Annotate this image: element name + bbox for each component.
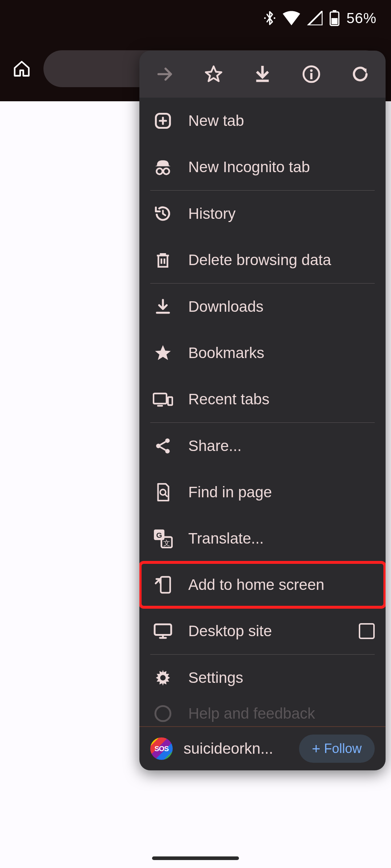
- menu-item-label: New Incognito tab: [188, 158, 375, 176]
- new-tab-icon: [150, 108, 176, 133]
- home-button[interactable]: [7, 54, 36, 83]
- menu-history[interactable]: History: [139, 191, 386, 237]
- menu-item-label: Downloads: [188, 298, 375, 315]
- recent-tabs-icon: [150, 387, 176, 412]
- svg-rect-3: [333, 10, 336, 12]
- history-icon: [150, 201, 176, 226]
- svg-text:G: G: [156, 531, 162, 539]
- menu-share[interactable]: Share...: [139, 423, 386, 469]
- status-bar: 56%: [0, 0, 391, 36]
- follow-button[interactable]: + Follow: [299, 735, 375, 763]
- find-in-page-icon: [150, 480, 176, 505]
- trash-icon: [150, 247, 176, 273]
- svg-point-10: [157, 169, 163, 174]
- menu-item-label: Share...: [188, 437, 375, 455]
- battery-percent: 56%: [346, 10, 377, 26]
- svg-point-11: [163, 169, 169, 174]
- bookmark-button[interactable]: [203, 63, 224, 85]
- menu-item-label: Settings: [188, 669, 375, 686]
- share-icon: [150, 433, 176, 459]
- menu-downloads[interactable]: Downloads: [139, 284, 386, 330]
- menu-settings[interactable]: Settings: [139, 655, 386, 701]
- add-to-home-icon: [150, 572, 176, 597]
- site-favicon: SOS: [150, 737, 173, 760]
- svg-point-26: [155, 706, 171, 721]
- desktop-icon: [150, 618, 176, 644]
- menu-incognito[interactable]: New Incognito tab: [139, 144, 386, 190]
- menu-desktop-site[interactable]: Desktop site: [139, 608, 386, 654]
- svg-rect-13: [168, 397, 172, 405]
- page-info-button[interactable]: [300, 63, 322, 85]
- star-filled-icon: [150, 340, 176, 366]
- svg-point-0: [264, 17, 266, 19]
- desktop-site-checkbox[interactable]: [359, 623, 375, 639]
- forward-button[interactable]: [154, 63, 176, 85]
- menu-bookmarks[interactable]: Bookmarks: [139, 330, 386, 376]
- menu-item-label: Translate...: [188, 530, 375, 547]
- help-icon: [150, 701, 176, 726]
- reload-button[interactable]: [349, 63, 371, 85]
- svg-rect-12: [154, 393, 167, 404]
- downloads-icon: [150, 294, 176, 319]
- svg-point-25: [160, 675, 165, 680]
- menu-add-to-home-screen[interactable]: Add to home screen: [139, 562, 386, 608]
- menu-item-label: Find in page: [188, 484, 375, 501]
- menu-item-label: Recent tabs: [188, 391, 375, 408]
- svg-rect-22: [161, 577, 170, 593]
- translate-icon: G文: [150, 526, 176, 551]
- follow-label: Follow: [324, 741, 362, 756]
- svg-point-15: [165, 438, 170, 443]
- menu-recent-tabs[interactable]: Recent tabs: [139, 376, 386, 422]
- menu-top-actions: [139, 51, 386, 98]
- menu-item-label: Bookmarks: [188, 344, 375, 362]
- menu-translate[interactable]: G文 Translate...: [139, 515, 386, 562]
- menu-new-tab[interactable]: New tab: [139, 98, 386, 144]
- svg-rect-8: [310, 73, 312, 79]
- menu-item-label: Delete browsing data: [188, 251, 375, 269]
- menu-find-in-page[interactable]: Find in page: [139, 469, 386, 515]
- menu-item-label: Desktop site: [188, 622, 355, 640]
- menu-item-label: Help and feedback: [188, 705, 315, 722]
- svg-point-16: [165, 449, 170, 454]
- battery-icon: [329, 10, 340, 26]
- bluetooth-icon: [263, 10, 276, 26]
- menu-item-label: Add to home screen: [188, 576, 375, 593]
- overflow-menu: New tab New Incognito tab History De: [139, 51, 386, 770]
- wifi-icon: [283, 11, 300, 25]
- site-title: suicideorkn...: [184, 740, 288, 757]
- svg-rect-5: [256, 80, 269, 82]
- svg-point-7: [310, 69, 313, 72]
- menu-list: New tab New Incognito tab History De: [139, 98, 386, 726]
- menu-item-label: New tab: [188, 112, 375, 129]
- menu-help-feedback[interactable]: Help and feedback: [139, 701, 386, 726]
- svg-text:文: 文: [163, 539, 170, 547]
- svg-rect-23: [155, 624, 171, 635]
- svg-rect-4: [331, 18, 337, 24]
- svg-point-1: [274, 17, 276, 19]
- gear-icon: [150, 665, 176, 690]
- cell-signal-icon: [307, 11, 323, 25]
- gesture-nav-pill: [152, 856, 239, 860]
- menu-footer: SOS suicideorkn... + Follow: [139, 727, 386, 770]
- download-button[interactable]: [252, 63, 273, 85]
- svg-point-14: [156, 444, 161, 448]
- plus-icon: +: [312, 741, 320, 756]
- incognito-icon: [150, 154, 176, 180]
- menu-item-label: History: [188, 205, 375, 222]
- menu-delete-browsing-data[interactable]: Delete browsing data: [139, 237, 386, 283]
